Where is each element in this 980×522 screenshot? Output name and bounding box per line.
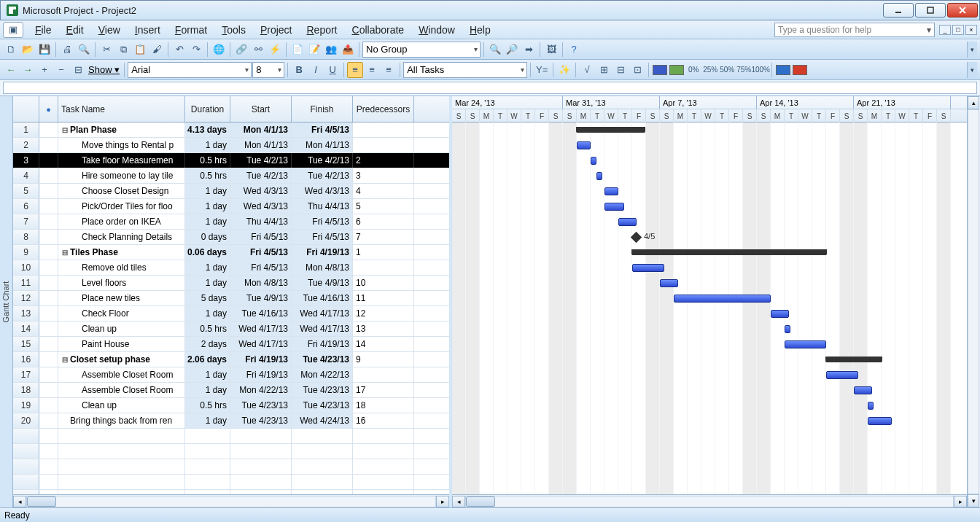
task-row[interactable]: 20Bring things back from ren1 dayTue 4/2…: [13, 413, 449, 429]
menu-help[interactable]: Help: [462, 22, 498, 38]
task-info-button[interactable]: 📄: [289, 42, 306, 58]
goto-task-button[interactable]: ➡: [521, 42, 537, 58]
scroll-left-button[interactable]: ◂: [13, 496, 26, 507]
task-bar[interactable]: [771, 310, 789, 318]
save-button[interactable]: 💾: [36, 42, 52, 58]
link-tasks-button[interactable]: 🔗: [233, 42, 249, 58]
tracking-2-button[interactable]: ⊞: [596, 62, 612, 78]
pct-0-button[interactable]: 0%: [685, 62, 701, 78]
italic-button[interactable]: I: [308, 62, 324, 78]
col-rownum[interactable]: [13, 96, 39, 122]
insert-hyperlink-button[interactable]: 🌐: [211, 42, 227, 58]
doc-close-button[interactable]: ×: [965, 25, 977, 35]
gantt-body[interactable]: 4/5: [452, 122, 967, 494]
gantt-wizard-button[interactable]: ✨: [556, 62, 572, 78]
barstyle-1-button[interactable]: [652, 62, 668, 78]
menu-format[interactable]: Format: [168, 22, 214, 38]
empty-row[interactable]: [13, 429, 449, 444]
gantt-row[interactable]: [452, 413, 967, 429]
split-task-button[interactable]: ⚡: [267, 42, 283, 58]
help-button[interactable]: ?: [566, 42, 582, 58]
task-row[interactable]: 15Paint House2 daysWed 4/17/13Fri 4/19/1…: [13, 337, 449, 352]
task-bar[interactable]: [591, 157, 596, 165]
tracking-4-button[interactable]: ⊡: [629, 62, 645, 78]
col-duration[interactable]: Duration: [185, 96, 230, 122]
office-button[interactable]: ▣: [3, 22, 23, 38]
task-bar[interactable]: [604, 203, 624, 211]
menu-window[interactable]: Window: [411, 22, 462, 38]
menu-report[interactable]: Report: [299, 22, 344, 38]
gantt-row[interactable]: [452, 260, 967, 276]
toolbar2-overflow[interactable]: ▾: [967, 62, 977, 78]
summary-bar[interactable]: [632, 249, 826, 255]
bold-button[interactable]: B: [291, 62, 307, 78]
format-painter-button[interactable]: 🖌: [149, 42, 165, 58]
task-row[interactable]: 17Assemble Closet Room1 dayFri 4/19/13Mo…: [13, 367, 449, 383]
indent-button[interactable]: →: [20, 62, 36, 78]
maximize-button[interactable]: [915, 3, 946, 17]
align-left-button[interactable]: ≡: [347, 62, 363, 78]
task-row[interactable]: 2Move things to Rental p1 dayMon 4/1/13M…: [13, 138, 449, 153]
scroll-right-button[interactable]: ▸: [436, 496, 449, 507]
empty-row[interactable]: [13, 475, 449, 490]
col-indicators[interactable]: [39, 96, 58, 122]
task-row[interactable]: 19Clean up0.5 hrsTue 4/23/13Tue 4/23/131…: [13, 398, 449, 413]
pct-100-button[interactable]: 100%: [752, 62, 769, 78]
task-bar[interactable]: [868, 417, 892, 425]
task-row[interactable]: 13Check Floor1 dayTue 4/16/13Wed 4/17/13…: [13, 306, 449, 322]
menu-insert[interactable]: Insert: [128, 22, 168, 38]
redo-button[interactable]: ↷: [188, 42, 204, 58]
gantt-row[interactable]: [452, 337, 967, 352]
task-row[interactable]: 1⊟Plan Phase4.13 daysMon 4/1/13Fri 4/5/1…: [13, 122, 449, 138]
menu-edit[interactable]: Edit: [59, 22, 91, 38]
task-bar[interactable]: [660, 279, 678, 287]
unlink-tasks-button[interactable]: ⚯: [250, 42, 266, 58]
underline-button[interactable]: U: [324, 62, 341, 78]
gantt-row[interactable]: 4/5: [452, 230, 967, 245]
task-row[interactable]: 5Choose Closet Design1 dayWed 4/3/13Wed …: [13, 184, 449, 199]
task-bar[interactable]: [868, 402, 874, 410]
gantt-row[interactable]: [452, 122, 967, 138]
task-row[interactable]: 4Hire someone to lay tile0.5 hrsTue 4/2/…: [13, 168, 449, 184]
paste-button[interactable]: 📋: [132, 42, 148, 58]
pct-75-button[interactable]: 75%: [736, 62, 752, 78]
toolbar-overflow[interactable]: ▾: [967, 42, 977, 58]
gantt-row[interactable]: [452, 291, 967, 306]
open-button[interactable]: 📂: [20, 42, 36, 58]
scroll-up-button[interactable]: ▴: [968, 96, 979, 109]
task-bar[interactable]: [826, 371, 858, 379]
gantt-row[interactable]: [452, 383, 967, 398]
menu-project[interactable]: Project: [253, 22, 300, 38]
task-row[interactable]: 9⊟Tiles Phase0.06 daysFri 4/5/13Fri 4/19…: [13, 245, 449, 260]
print-button[interactable]: 🖨: [59, 42, 75, 58]
col-finish[interactable]: Finish: [292, 96, 353, 122]
zoom-out-button[interactable]: 🔎: [504, 42, 520, 58]
col-start[interactable]: Start: [230, 96, 292, 122]
col-taskname[interactable]: Task Name: [58, 96, 185, 122]
doc-restore-button[interactable]: □: [952, 25, 964, 35]
task-bar[interactable]: [854, 386, 872, 394]
gantt-row[interactable]: [452, 367, 967, 383]
cell-edit-field[interactable]: [3, 82, 977, 94]
gantt-scroll-right-button[interactable]: ▸: [954, 496, 967, 507]
task-row[interactable]: 6Pick/Order Tiles for floo1 dayWed 4/3/1…: [13, 199, 449, 214]
gantt-row[interactable]: [452, 153, 967, 168]
grid-body[interactable]: 1⊟Plan Phase4.13 daysMon 4/1/13Fri 4/5/1…: [13, 122, 449, 494]
filter-combo[interactable]: All Tasks: [403, 62, 527, 78]
copy-picture-button[interactable]: 🖼: [543, 42, 559, 58]
publish-button[interactable]: 📤: [340, 42, 356, 58]
grid-hscroll[interactable]: ◂ ▸: [13, 494, 449, 507]
task-bar[interactable]: [596, 172, 602, 180]
task-row[interactable]: 12Place new tiles5 daysTue 4/9/13Tue 4/1…: [13, 291, 449, 306]
show-menu[interactable]: Show ▾: [87, 64, 121, 75]
close-button[interactable]: [947, 3, 978, 17]
task-row[interactable]: 14Clean up0.5 hrsWed 4/17/13Wed 4/17/131…: [13, 322, 449, 337]
gantt-row[interactable]: [452, 138, 967, 153]
menu-collaborate[interactable]: Collaborate: [345, 22, 412, 38]
font-size-combo[interactable]: 8: [252, 62, 284, 78]
minimize-button[interactable]: [883, 3, 914, 17]
autofilter-button[interactable]: Y=: [534, 62, 550, 78]
align-center-button[interactable]: ≡: [364, 62, 380, 78]
undo-button[interactable]: ↶: [171, 42, 187, 58]
outdent-button[interactable]: ←: [3, 62, 19, 78]
